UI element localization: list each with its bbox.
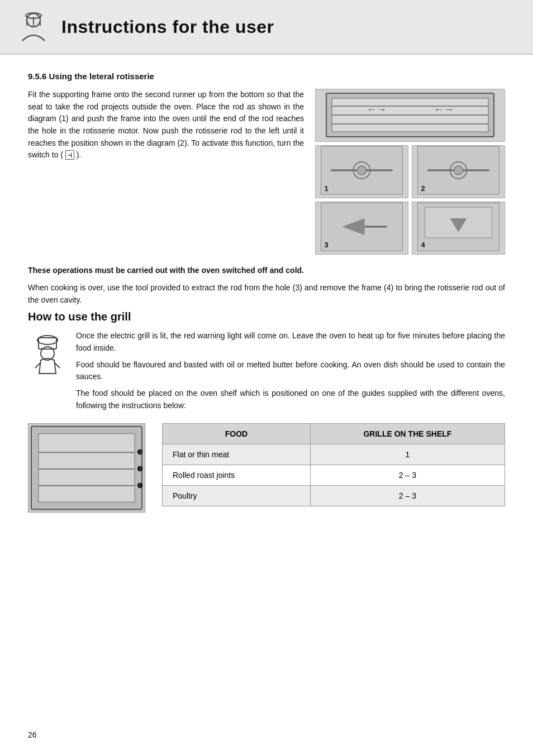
rotisserie-img-top: ←→ ←→: [315, 89, 505, 142]
rotisserie-img-row1: 1 2: [315, 145, 505, 198]
grill-para1: Once the electric grill is lit, the red …: [76, 330, 505, 354]
page-number: 26: [28, 730, 37, 739]
rotisserie-img-row2: 3 4: [315, 202, 505, 255]
grill-para2: Food should be flavoured and basted with…: [76, 359, 505, 383]
svg-text:←→: ←→: [367, 104, 387, 115]
chef-icon: [28, 330, 67, 375]
grill-description: Once the electric grill is lit, the red …: [76, 330, 505, 412]
table-row: Flat or thin meat1: [163, 444, 505, 465]
grill-para3: The food should be placed on the oven sh…: [76, 387, 505, 412]
svg-text:2: 2: [421, 184, 425, 193]
page-title: Instructions for the user: [61, 17, 274, 37]
rotisserie-img-2: 2: [412, 145, 505, 198]
switch-symbol: ⊣: [65, 150, 74, 160]
section-956-heading: 9.5.6 Using the leteral rotisserie: [28, 71, 505, 81]
main-content: 9.5.6 Using the leteral rotisserie Fit t…: [0, 71, 533, 513]
rotisserie-img-3: 3: [315, 202, 408, 255]
svg-rect-36: [39, 433, 135, 502]
table-row: Poultry2 – 3: [163, 485, 505, 506]
rotisserie-warning: These operations must be carried out wit…: [28, 265, 505, 276]
svg-point-30: [37, 336, 58, 344]
shelf-cell: 2 – 3: [310, 465, 505, 485]
food-cell: Rolled roast joints: [163, 465, 311, 485]
svg-text:3: 3: [325, 241, 329, 249]
rotisserie-section: Fit the supporting frame onto the second…: [28, 89, 505, 255]
table-section: ❸ ❷ ❶ FOOD GRILLE ON THE SHELF Flat or t…: [28, 423, 505, 513]
svg-point-15: [358, 166, 367, 175]
rotisserie-images: ←→ ←→ 1: [315, 89, 505, 255]
rotisserie-after-warning: When cooking is over, use the tool provi…: [28, 282, 505, 306]
svg-text:4: 4: [421, 241, 426, 249]
table-col2-header: GRILLE ON THE SHELF: [310, 423, 505, 444]
page: Instructions for the user 9.5.6 Using th…: [0, 0, 533, 756]
table-col1-header: FOOD: [163, 423, 311, 444]
grill-heading: How to use the grill: [28, 310, 505, 323]
header-icon: [17, 10, 50, 44]
svg-text:❶: ❶: [137, 481, 143, 489]
oven-shelf-diagram: ❸ ❷ ❶: [28, 423, 145, 513]
shelf-cell: 1: [310, 444, 505, 465]
svg-text:1: 1: [325, 184, 329, 193]
grill-food-table: FOOD GRILLE ON THE SHELF Flat or thin me…: [162, 423, 505, 506]
rotisserie-body-text: Fit the supporting frame onto the second…: [28, 89, 304, 255]
svg-point-20: [454, 166, 463, 175]
svg-text:❸: ❸: [137, 448, 143, 456]
svg-text:←→: ←→: [434, 104, 454, 115]
rotisserie-img-4: 4: [412, 202, 505, 255]
rotisserie-img-1: 1: [315, 145, 408, 198]
food-cell: Poultry: [163, 485, 311, 506]
table-row: Rolled roast joints2 – 3: [163, 465, 505, 485]
svg-text:❷: ❷: [137, 465, 143, 472]
page-header: Instructions for the user: [0, 0, 533, 55]
food-cell: Flat or thin meat: [163, 444, 311, 465]
grill-section: Once the electric grill is lit, the red …: [28, 330, 505, 412]
shelf-cell: 2 – 3: [310, 485, 505, 506]
